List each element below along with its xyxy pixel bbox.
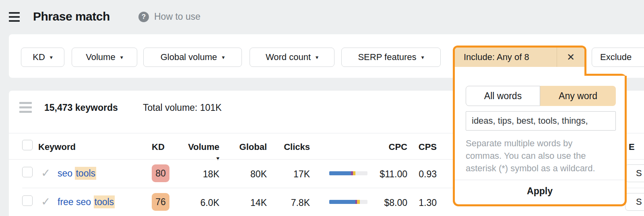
volume-value: 6.0K (183, 197, 219, 208)
word-match-toggle: All words Any word (466, 86, 616, 106)
tab-all-words[interactable]: All words (466, 86, 540, 106)
include-words-input[interactable] (466, 111, 616, 131)
column-header-partial: E (629, 142, 635, 152)
filter-kd-button[interactable]: KD ▾ (21, 48, 64, 67)
apply-button[interactable]: Apply (455, 180, 625, 202)
tab-all-words-label: All words (484, 91, 522, 102)
chevron-down-icon: ▾ (120, 54, 123, 60)
row-checkbox[interactable] (22, 167, 33, 177)
filter-volume-label: Volume (86, 52, 115, 62)
chevron-down-icon: ▾ (222, 54, 225, 60)
column-header-cpc[interactable]: CPC (363, 142, 407, 152)
check-icon: ✓ (41, 195, 50, 208)
column-header-global[interactable]: Global (231, 142, 267, 152)
how-to-use-link[interactable]: How to use (154, 11, 200, 22)
keywords-count: 15,473 keywords (44, 102, 118, 113)
column-header-volume-label: Volume (188, 142, 219, 152)
include-popup: All words Any word Separate multiple wor… (453, 76, 627, 206)
column-header-keyword[interactable]: Keyword (38, 142, 76, 152)
tab-any-word-label: Any word (559, 91, 597, 102)
global-volume-value: 14K (231, 197, 267, 208)
column-header-cps[interactable]: CPS (413, 142, 437, 152)
keyword-highlighted-text: tools (75, 167, 96, 180)
chevron-down-icon: ▾ (316, 54, 318, 60)
row-checkbox[interactable] (22, 195, 33, 206)
cpc-value: $8.00 (363, 197, 407, 208)
kd-badge: 76 (152, 193, 169, 211)
include-filter-widget: Include: Any of 8 ✕ All words Any word S… (453, 46, 627, 206)
filter-serp-features-button[interactable]: SERP features ▾ (341, 48, 441, 67)
keyword-link[interactable]: seo tools (58, 168, 96, 179)
page-title: Phrase match (33, 10, 110, 23)
total-volume: Total volume: 101K (143, 102, 222, 113)
list-options-icon[interactable] (19, 102, 32, 113)
keyword-text: seo (58, 168, 75, 179)
column-header-kd[interactable]: KD (149, 142, 167, 152)
chevron-down-icon: ▾ (50, 54, 53, 60)
clicks-distribution-bar (329, 200, 367, 204)
keyword-link[interactable]: free seo tools (58, 197, 115, 208)
include-filter-label: Include: Any of 8 (455, 52, 557, 62)
global-volume-value: 80K (231, 169, 267, 180)
phrase-match-page: Phrase match ? How to use KD ▾ Volume ▾ … (0, 0, 644, 216)
check-icon: ✓ (41, 166, 50, 180)
cpc-value: $11.00 (363, 169, 407, 180)
select-all-checkbox[interactable] (22, 140, 33, 150)
filter-volume-button[interactable]: Volume ▾ (72, 48, 137, 67)
filter-kd-label: KD (33, 52, 45, 62)
cps-value: 0.93 (413, 169, 437, 180)
keyword-highlighted-text: tools (94, 195, 115, 208)
serp-button-partial[interactable]: S (625, 193, 644, 211)
include-help-text: Separate multiple words by commas. You c… (466, 137, 603, 174)
chevron-down-icon: ▾ (421, 54, 424, 60)
clicks-value: 17K (274, 169, 310, 180)
filter-serp-features-label: SERP features (358, 52, 416, 62)
include-filter-chip: Include: Any of 8 ✕ (453, 46, 586, 76)
filter-global-volume-button[interactable]: Global volume ▾ (143, 48, 242, 67)
clicks-distribution-bar (329, 171, 367, 175)
close-icon[interactable]: ✕ (557, 52, 584, 63)
keyword-text: free seo (58, 197, 94, 207)
filter-global-volume-label: Global volume (161, 52, 217, 62)
serp-button-partial[interactable]: S (625, 164, 644, 182)
filter-word-count-label: Word count (266, 52, 311, 62)
include-filter-chip-button[interactable]: Include: Any of 8 ✕ (455, 48, 584, 67)
kd-badge: 80 (152, 164, 169, 182)
help-question-icon[interactable]: ? (138, 12, 149, 22)
tab-any-word[interactable]: Any word (540, 86, 616, 106)
cps-value: 1.30 (413, 197, 437, 208)
volume-value: 18K (183, 169, 219, 180)
filter-word-count-button[interactable]: Word count ▾ (250, 48, 334, 67)
column-header-clicks[interactable]: Clicks (274, 142, 310, 152)
clicks-value: 7.8K (274, 197, 310, 208)
menu-icon[interactable] (9, 12, 20, 23)
